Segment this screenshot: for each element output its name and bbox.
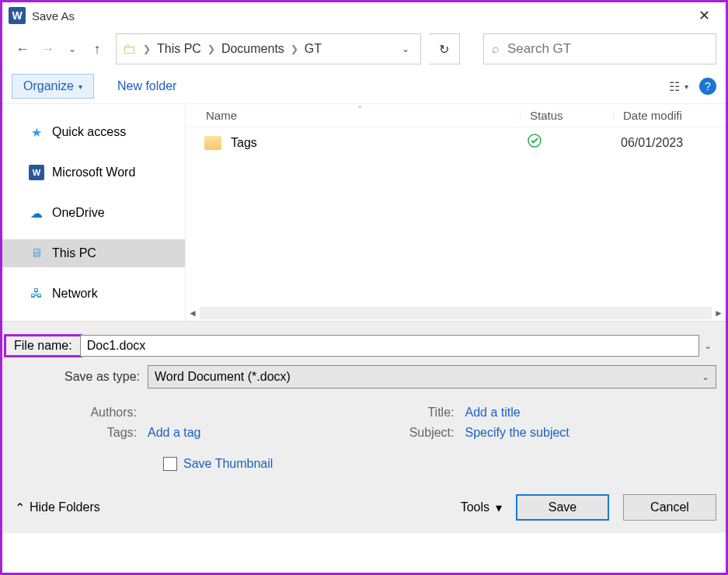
chevron-down-icon: ▾ [78, 82, 82, 91]
sidebar-item-quick-access[interactable]: ★ Quick access [2, 118, 185, 146]
sidebar-item-word[interactable]: W Microsoft Word [2, 159, 185, 186]
sidebar-item-onedrive[interactable]: ☁ OneDrive [2, 199, 185, 227]
organize-label: Organize [23, 79, 74, 93]
horizontal-scrollbar[interactable]: ◄ ► [186, 305, 726, 321]
help-button[interactable]: ? [699, 78, 716, 95]
view-options-button[interactable]: ☷ ▾ [669, 79, 688, 94]
cancel-button[interactable]: Cancel [623, 494, 716, 521]
title-field[interactable]: Add a title [465, 406, 521, 420]
close-button[interactable]: ✕ [689, 2, 719, 29]
column-header-name[interactable]: Name [186, 109, 520, 122]
save-type-value: Word Document (*.docx) [155, 370, 291, 384]
forward-button[interactable]: → [37, 38, 58, 60]
scroll-right-button[interactable]: ► [712, 308, 726, 319]
window-title: Save As [32, 9, 689, 23]
breadcrumb-documents[interactable]: Documents [221, 42, 284, 56]
save-thumbnail-label: Save Thumbnail [183, 457, 273, 471]
hide-folders-button[interactable]: ⌃ Hide Folders [12, 500, 100, 515]
file-row[interactable]: Tags 06/01/2023 [186, 127, 726, 158]
view-icon: ☷ [669, 79, 680, 94]
folder-icon [204, 136, 221, 150]
sidebar-item-label: Microsoft Word [52, 166, 135, 179]
breadcrumb-this-pc[interactable]: This PC [157, 42, 201, 56]
up-button[interactable]: ↑ [86, 38, 108, 60]
save-type-label: Save as type: [12, 370, 148, 384]
sidebar-item-label: OneDrive [52, 206, 105, 220]
file-list: ⌄ Name Status Date modifi Tags 06/01/202… [185, 104, 726, 321]
scroll-track[interactable] [200, 307, 712, 319]
tags-label: Tags: [12, 426, 148, 440]
address-dropdown[interactable]: ⌄ [397, 44, 414, 54]
sidebar-item-label: Network [52, 287, 98, 301]
new-folder-button[interactable]: New folder [117, 79, 176, 93]
cloud-icon: ☁ [29, 205, 44, 221]
chevron-right-icon: ❯ [207, 44, 215, 54]
back-button[interactable]: ← [12, 38, 33, 60]
file-date: 06/01/2023 [613, 136, 726, 150]
save-type-select[interactable]: Word Document (*.docx) ⌄ [148, 365, 716, 389]
file-name: Tags [231, 136, 257, 150]
search-input[interactable] [507, 41, 708, 57]
save-thumbnail-checkbox[interactable] [163, 457, 177, 471]
search-box[interactable]: ⌕ [483, 33, 716, 64]
recent-locations-dropdown[interactable]: ⌄ [61, 38, 83, 60]
refresh-button[interactable]: ↻ [429, 33, 460, 64]
search-icon: ⌕ [492, 42, 500, 56]
word-app-icon: W [9, 7, 26, 24]
filename-label: File name: [9, 339, 77, 353]
pc-icon: 🖥 [29, 246, 44, 261]
chevron-up-icon: ⌃ [15, 500, 25, 515]
address-bar[interactable]: 🗀 ❯ This PC ❯ Documents ❯ GT ⌄ [116, 33, 421, 64]
chevron-right-icon: ❯ [291, 44, 298, 54]
folder-icon: 🗀 [123, 41, 137, 57]
tools-dropdown[interactable]: Tools ▾ [461, 500, 502, 515]
filename-input[interactable] [80, 335, 699, 357]
sort-indicator-icon: ⌄ [357, 101, 363, 110]
navigation-pane: ★ Quick access W Microsoft Word ☁ OneDri… [2, 104, 185, 321]
tags-field[interactable]: Add a tag [148, 426, 201, 440]
sidebar-item-network[interactable]: 🖧 Network [2, 280, 185, 308]
tools-label: Tools [461, 500, 489, 514]
chevron-right-icon: ❯ [143, 44, 151, 54]
column-header-status[interactable]: Status [520, 109, 613, 122]
chevron-down-icon: ▾ [496, 500, 502, 515]
subject-field[interactable]: Specify the subject [465, 426, 570, 440]
sidebar-item-label: This PC [52, 246, 96, 260]
authors-label: Authors: [12, 406, 148, 420]
word-icon: W [29, 165, 44, 180]
organize-button[interactable]: Organize ▾ [12, 74, 94, 99]
title-label: Title: [364, 406, 465, 420]
chevron-down-icon: ▾ [684, 82, 688, 91]
subject-label: Subject: [364, 426, 465, 440]
breadcrumb-gt[interactable]: GT [305, 42, 322, 56]
network-icon: 🖧 [29, 286, 44, 301]
sidebar-item-this-pc[interactable]: 🖥 This PC [2, 239, 185, 267]
save-button[interactable]: Save [516, 494, 609, 521]
scroll-left-button[interactable]: ◄ [186, 308, 200, 319]
star-icon: ★ [29, 124, 44, 140]
sync-status-icon [520, 134, 613, 152]
hide-folders-label: Hide Folders [30, 500, 100, 514]
chevron-down-icon: ⌄ [702, 371, 709, 382]
sidebar-item-label: Quick access [52, 125, 126, 139]
filename-dropdown[interactable]: ⌄ [699, 340, 716, 351]
column-header-date[interactable]: Date modifi [613, 109, 726, 122]
